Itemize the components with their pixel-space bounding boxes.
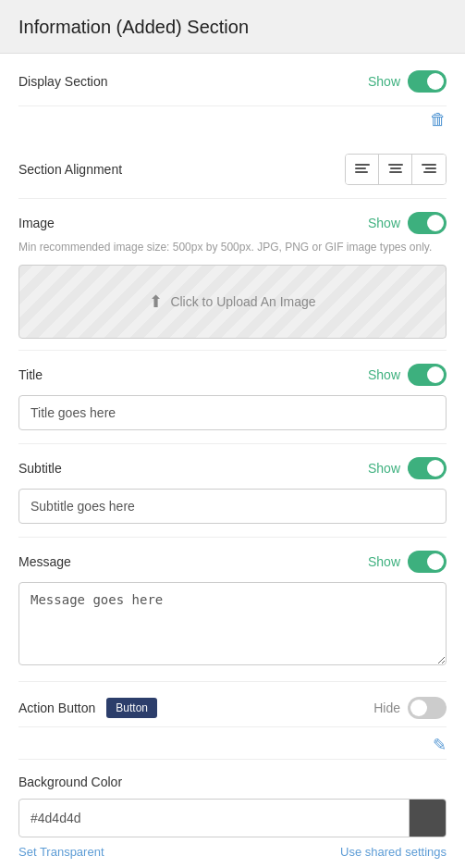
alignment-label: Section Alignment: [18, 162, 122, 177]
title-toggle-label: Show: [368, 367, 400, 382]
title-field-block: Title Show: [18, 351, 447, 444]
title-field-label: Title: [18, 367, 43, 382]
display-section-label: Display Section: [18, 74, 108, 89]
subtitle-toggle-label: Show: [368, 461, 400, 476]
subtitle-field-label: Subtitle: [18, 461, 62, 476]
delete-icon[interactable]: 🗑: [430, 110, 447, 130]
action-button-right: Hide: [373, 697, 447, 719]
display-section-row: Display Section Show: [18, 54, 447, 106]
image-toggle-label: Show: [368, 216, 400, 230]
image-row: Image Show: [18, 199, 447, 240]
title-field-controls: Show: [368, 364, 447, 386]
svg-rect-1: [355, 167, 366, 169]
align-center-button[interactable]: [379, 155, 412, 184]
image-controls: Show: [368, 212, 447, 234]
image-section: Image Show Min recommended image size: 5…: [18, 199, 447, 351]
message-toggle-label: Show: [368, 554, 400, 569]
svg-rect-3: [388, 164, 403, 166]
message-field-controls: Show: [368, 551, 447, 573]
upload-text: Click to Upload An Image: [170, 294, 315, 309]
background-color-section: Background Color Set Transparent Use sha…: [18, 760, 447, 859]
display-section-toggle[interactable]: [408, 70, 447, 93]
display-section-controls: Show: [368, 70, 447, 93]
message-toggle[interactable]: [408, 551, 447, 573]
action-button-row: Action Button Button Hide: [18, 682, 447, 727]
color-swatch[interactable]: [409, 800, 446, 837]
subtitle-field-block: Subtitle Show: [18, 444, 447, 538]
svg-rect-2: [355, 171, 368, 173]
use-shared-link[interactable]: Use shared settings: [340, 845, 447, 859]
subtitle-toggle[interactable]: [408, 457, 447, 479]
upload-icon: ⬆: [149, 291, 163, 312]
alignment-group: [345, 154, 447, 185]
edit-row: ✎: [18, 727, 447, 760]
content-area: Display Section Show 🗑 Section Alignment: [0, 54, 465, 868]
title-toggle[interactable]: [408, 364, 447, 386]
subtitle-input[interactable]: [18, 489, 447, 524]
svg-rect-6: [422, 164, 436, 166]
message-field-label: Message: [18, 554, 71, 569]
align-right-button[interactable]: [412, 155, 446, 184]
background-color-label: Background Color: [18, 775, 447, 789]
subtitle-field-header: Subtitle Show: [18, 457, 447, 479]
title-field-header: Title Show: [18, 364, 447, 386]
image-hint: Min recommended image size: 500px by 500…: [18, 240, 447, 255]
title-input[interactable]: [18, 395, 447, 430]
svg-rect-0: [355, 164, 370, 166]
svg-rect-5: [389, 171, 402, 173]
color-input-row: [18, 799, 447, 837]
image-label: Image: [18, 216, 55, 230]
display-section-toggle-label: Show: [368, 74, 400, 89]
image-upload-area[interactable]: ⬆ Click to Upload An Image: [18, 265, 447, 339]
action-button-toggle[interactable]: [408, 697, 447, 719]
svg-rect-8: [423, 171, 436, 173]
align-left-button[interactable]: [346, 155, 379, 184]
edit-icon[interactable]: ✎: [433, 735, 447, 755]
message-field-block: Message Show Message goes here: [18, 538, 447, 682]
image-toggle[interactable]: [408, 212, 447, 234]
page-title: Information (Added) Section: [18, 17, 447, 38]
action-button-label: Action Button: [18, 701, 95, 715]
page-header: Information (Added) Section: [0, 0, 465, 54]
subtitle-field-controls: Show: [368, 457, 447, 479]
alignment-row: Section Alignment: [18, 137, 447, 199]
color-text-input[interactable]: [19, 801, 409, 835]
set-transparent-link[interactable]: Set Transparent: [18, 845, 104, 859]
message-textarea[interactable]: Message goes here: [18, 582, 447, 665]
action-button-left: Action Button Button: [18, 698, 157, 718]
hide-label: Hide: [373, 701, 400, 715]
bg-color-actions: Set Transparent Use shared settings: [18, 845, 447, 859]
svg-rect-4: [390, 167, 401, 169]
svg-rect-7: [425, 167, 436, 169]
trash-row: 🗑: [18, 106, 447, 137]
button-preview: Button: [106, 698, 157, 718]
message-field-header: Message Show: [18, 551, 447, 573]
